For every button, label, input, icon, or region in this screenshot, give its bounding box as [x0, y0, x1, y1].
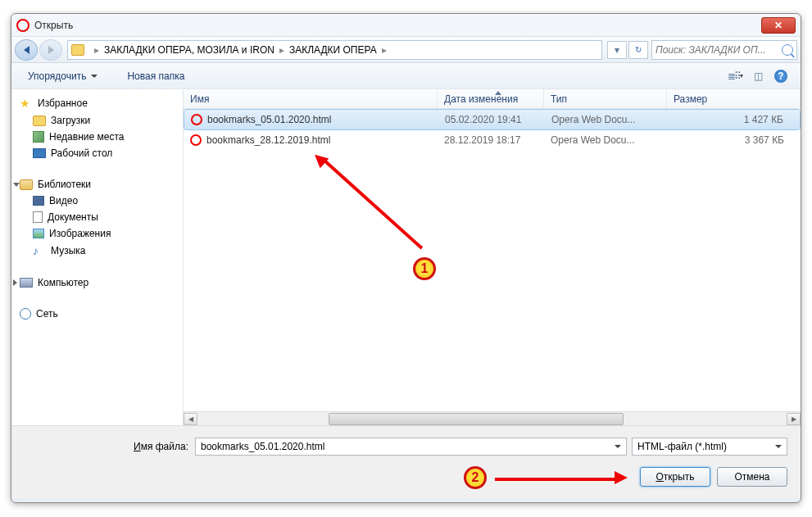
toolbar: Упорядочить Новая папка ≣⠿▾ ◫ ?: [11, 63, 801, 89]
breadcrumb-item[interactable]: ЗАКЛАДКИ ОПЕРА: [289, 44, 377, 56]
dialog-body: ★Избранное Загрузки Недавние места Рабоч…: [11, 89, 801, 425]
cancel-button[interactable]: Отмена: [717, 467, 787, 487]
file-date: 28.12.2019 18:17: [438, 133, 544, 147]
search-box[interactable]: [651, 40, 797, 60]
help-button[interactable]: ?: [771, 67, 791, 85]
organize-button[interactable]: Упорядочить: [21, 67, 104, 85]
column-date[interactable]: Дата изменения: [438, 89, 544, 108]
network-icon: [20, 308, 31, 320]
file-type: Opera Web Docu...: [545, 112, 668, 127]
opera-file-icon: [190, 134, 202, 146]
open-button[interactable]: Открыть: [640, 467, 710, 487]
sidebar-favorites[interactable]: ★Избранное: [11, 94, 183, 112]
search-input[interactable]: [655, 44, 782, 56]
sidebar: ★Избранное Загрузки Недавние места Рабоч…: [11, 89, 184, 425]
image-icon: [33, 229, 44, 238]
forward-button[interactable]: [39, 39, 62, 61]
horizontal-scrollbar[interactable]: ◀ ▶: [184, 411, 801, 425]
desktop-icon: [33, 148, 46, 158]
chevron-right-icon: ▸: [94, 44, 99, 56]
chevron-right-icon: [13, 279, 17, 286]
sort-ascending-icon: [495, 91, 501, 95]
file-type-filter[interactable]: HTML-файл (*.html): [632, 438, 787, 456]
file-size: 1 427 КБ: [668, 112, 800, 127]
sidebar-images[interactable]: Изображения: [11, 225, 183, 242]
sidebar-videos[interactable]: Видео: [11, 193, 183, 209]
window-title: Открыть: [34, 20, 761, 31]
library-icon: [20, 179, 33, 190]
folder-icon: [33, 116, 46, 126]
document-icon: [33, 211, 43, 223]
star-icon: ★: [20, 97, 33, 110]
opera-file-icon: [191, 114, 202, 125]
chevron-down-icon[interactable]: [615, 445, 621, 448]
sidebar-documents[interactable]: Документы: [11, 209, 183, 225]
arrow-right-icon: [48, 46, 54, 54]
refresh-button[interactable]: ↻: [628, 41, 648, 59]
filename-input[interactable]: bookmarks_05.01.2020.html: [195, 438, 627, 456]
filename-label: Имя файла:: [25, 441, 188, 452]
file-area: Имя Дата изменения Тип Размер bookmarks_…: [184, 89, 801, 425]
close-icon: ✕: [774, 20, 783, 31]
preview-pane-button[interactable]: ◫: [748, 67, 768, 85]
dialog-footer: Имя файла: bookmarks_05.01.2020.html HTM…: [11, 425, 801, 498]
search-icon: [782, 44, 793, 56]
sidebar-desktop[interactable]: Рабочий стол: [11, 145, 183, 161]
view-options-button[interactable]: ≣⠿▾: [725, 67, 745, 85]
breadcrumb[interactable]: ▸ ЗАКЛАДКИ ОПЕРА, МОЗИЛА и IRON ▸ ЗАКЛАД…: [67, 40, 602, 60]
computer-icon: [20, 278, 33, 288]
file-row[interactable]: bookmarks_05.01.2020.html05.02.2020 19:4…: [184, 109, 801, 130]
back-button[interactable]: [15, 39, 38, 61]
scroll-right-button[interactable]: ▶: [787, 413, 801, 425]
chevron-down-icon: [13, 183, 20, 187]
chevron-right-icon: ▸: [279, 44, 284, 56]
column-type[interactable]: Тип: [544, 89, 667, 108]
chevron-right-icon: ▸: [382, 44, 387, 56]
help-icon: ?: [774, 70, 787, 83]
file-name: bookmarks_05.01.2020.html: [207, 114, 331, 125]
history-dropdown[interactable]: ▾: [607, 41, 627, 59]
new-folder-button[interactable]: Новая папка: [120, 67, 191, 85]
file-size: 3 367 КБ: [667, 133, 801, 147]
video-icon: [33, 196, 44, 206]
sidebar-computer[interactable]: Компьютер: [11, 274, 183, 291]
places-icon: [33, 131, 44, 143]
music-icon: ♪: [33, 244, 46, 257]
titlebar: Открыть ✕: [11, 14, 801, 37]
file-name: bookmarks_28.12.2019.html: [206, 134, 330, 146]
column-headers: Имя Дата изменения Тип Размер: [184, 89, 801, 109]
close-button[interactable]: ✕: [761, 17, 796, 34]
sidebar-network[interactable]: Сеть: [11, 306, 183, 322]
file-list: bookmarks_05.01.2020.html05.02.2020 19:4…: [184, 109, 801, 411]
opera-icon: [16, 19, 29, 32]
chevron-down-icon: [775, 445, 782, 448]
file-row[interactable]: bookmarks_28.12.2019.html28.12.2019 18:1…: [184, 130, 801, 150]
breadcrumb-item[interactable]: ЗАКЛАДКИ ОПЕРА, МОЗИЛА и IRON: [104, 44, 274, 56]
column-size[interactable]: Размер: [667, 89, 801, 108]
navigation-bar: ▸ ЗАКЛАДКИ ОПЕРА, МОЗИЛА и IRON ▸ ЗАКЛАД…: [11, 37, 801, 63]
file-type: Opera Web Docu...: [544, 133, 667, 147]
sidebar-recent-places[interactable]: Недавние места: [11, 129, 183, 145]
scrollbar-thumb[interactable]: [329, 413, 624, 425]
open-file-dialog: Открыть ✕ ▸ ЗАКЛАДКИ ОПЕРА, МОЗИЛА и IRO…: [11, 13, 801, 503]
sidebar-music[interactable]: ♪Музыка: [11, 242, 183, 260]
file-date: 05.02.2020 19:41: [438, 112, 545, 127]
sidebar-downloads[interactable]: Загрузки: [11, 112, 183, 129]
folder-icon: [71, 44, 84, 56]
arrow-left-icon: [24, 46, 29, 54]
chevron-down-icon: [91, 75, 98, 78]
column-name[interactable]: Имя: [184, 89, 438, 108]
sidebar-libraries[interactable]: Библиотеки: [11, 176, 183, 193]
scroll-left-button[interactable]: ◀: [184, 413, 197, 425]
